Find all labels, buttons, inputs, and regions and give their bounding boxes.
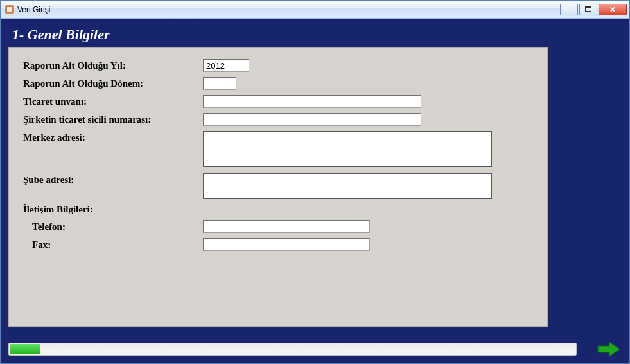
progress-bar [8,343,577,356]
close-button[interactable]: ✕ [599,4,627,15]
arrow-right-icon [597,341,621,358]
section-title: 1- Genel Bilgiler [12,26,622,43]
form-panel: Raporun Ait Olduğu Yıl: Raporun Ait Oldu… [8,47,548,327]
svg-rect-1 [7,7,12,12]
hq-address-input[interactable] [203,131,492,167]
close-icon: ✕ [609,6,616,13]
window-controls: — ✕ [559,3,628,17]
next-button[interactable] [596,340,622,358]
contact-header: İletişim Bilgileri: [23,204,534,215]
fax-label: Fax: [23,238,203,250]
year-input[interactable] [203,59,249,72]
branch-address-input[interactable] [203,173,492,199]
period-input[interactable] [203,77,236,90]
app-window: Veri Girişi — ✕ 1- Genel Bilgiler Raporu… [0,0,630,364]
phone-label: Telefon: [23,220,203,232]
progress-fill [10,344,40,354]
maximize-button[interactable] [579,4,597,15]
minimize-button[interactable]: — [560,4,578,15]
branch-address-label: Şube adresi: [23,173,203,186]
hq-address-label: Merkez adresi: [23,131,203,143]
period-label: Raporun Ait Olduğu Dönem: [23,77,203,89]
app-icon [4,4,15,15]
trade-name-label: Ticaret unvanı: [23,95,203,107]
maximize-icon [585,6,591,13]
trade-registry-input[interactable] [203,113,421,126]
minimize-icon: — [566,6,572,13]
phone-input[interactable] [203,220,370,233]
fax-input[interactable] [203,238,370,251]
window-title: Veri Girişi [17,5,559,14]
bottom-bar [8,340,622,358]
trade-registry-label: Şirketin ticaret sicili numarası: [23,113,203,125]
client-area: 1- Genel Bilgiler Raporun Ait Olduğu Yıl… [1,19,629,363]
svg-marker-4 [598,342,620,356]
trade-name-input[interactable] [203,95,421,108]
titlebar: Veri Girişi — ✕ [1,1,629,19]
year-label: Raporun Ait Olduğu Yıl: [23,59,203,71]
